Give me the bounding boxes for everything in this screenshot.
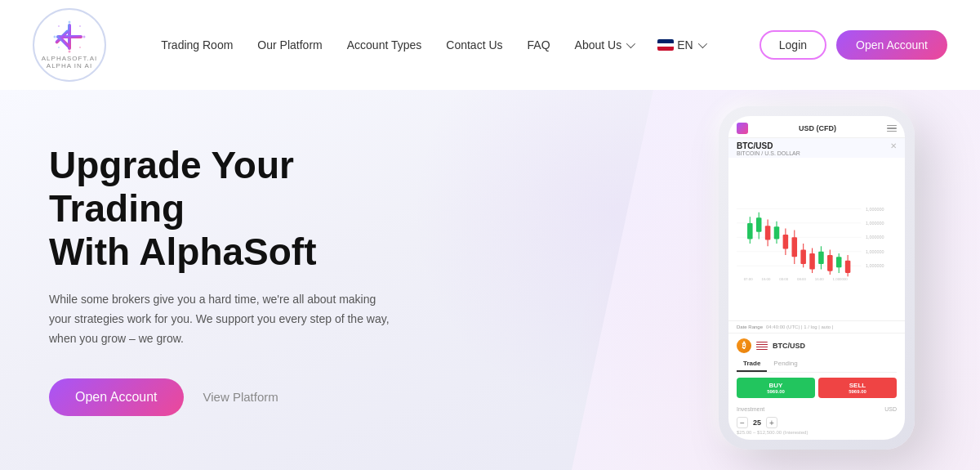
phone-chart-area: 1,000000 1,000000 1,000000 1,000000 1,00… [728,158,905,320]
phone-mockup: USD (CFD) BTC/USD BITCOIN / U.S. DOLLAR … [686,106,947,466]
svg-text:00:00: 00:00 [779,277,788,281]
svg-text:1,000000: 1,000000 [866,235,884,240]
hero-subtitle: While some brokers give you a hard time,… [49,290,392,348]
hero-section: Upgrade Your Trading With AlphaSoft Whil… [0,90,980,470]
svg-rect-38 [836,257,842,267]
svg-rect-34 [818,252,824,264]
phone-pair-header: BTC/USD BITCOIN / U.S. DOLLAR ✕ [728,138,905,158]
phone-outer: USD (CFD) BTC/USD BITCOIN / U.S. DOLLAR … [719,106,915,450]
open-account-header-button[interactable]: Open Account [836,30,947,60]
main-nav: Trading Room Our Platform Account Types … [161,38,704,51]
phone-pair-title: BTC/USD [737,141,800,150]
svg-text:1,000000: 1,000000 [866,207,884,212]
pair-name-bottom: BTC/USD [773,342,805,350]
phone-pair-subtitle: BITCOIN / U.S. DOLLAR [737,150,800,156]
svg-point-6 [69,51,71,53]
svg-rect-32 [809,253,815,270]
svg-point-7 [54,36,56,38]
open-account-hero-button[interactable]: Open Account [49,378,184,416]
svg-text:1,000000: 1,000000 [866,249,884,254]
svg-point-8 [79,25,81,27]
phone-currency-label: USD (CFD) [799,124,836,132]
svg-point-9 [79,47,81,48]
investment-label: Investment [737,406,764,412]
investment-row: Investment USD [728,403,905,415]
phone-date-range: Date Range 04:40:00 (UTC) | 1 / log | au… [728,320,905,333]
btc-icon: ₿ [737,338,751,353]
buy-button[interactable]: BUY 5969.00 [737,378,815,398]
nav-our-platform[interactable]: Our Platform [257,38,322,51]
svg-point-10 [58,47,60,48]
trade-pending-tabs: Trade Pending [737,356,897,373]
svg-rect-26 [783,235,789,248]
menu-line-1 [887,125,897,127]
svg-rect-28 [792,237,798,257]
hero-buttons: Open Account View Platform [49,378,392,416]
stepper-minus-button[interactable]: − [737,417,748,428]
nav-trading-room[interactable]: Trading Room [161,38,233,51]
login-button[interactable]: Login [760,30,826,60]
phone-screen: USD (CFD) BTC/USD BITCOIN / U.S. DOLLAR … [728,116,905,440]
phone-header-left [737,123,748,134]
nav-about-us[interactable]: About Us [575,38,634,51]
date-range-value: 04:40:00 (UTC) | 1 / log | auto | [766,325,833,329]
trade-tab[interactable]: Trade [737,356,767,372]
nav-account-types[interactable]: Account Types [347,38,422,51]
svg-point-5 [83,36,86,38]
amount-stepper: − 25 + [737,417,897,428]
lang-chevron-icon [697,39,706,48]
header: ALPHASOFT.AI ALPHA IN AI Trading Room Ou… [0,0,980,90]
pending-tab[interactable]: Pending [767,356,804,372]
menu-line-2 [887,128,897,129]
logo-text: ALPHASOFT.AI ALPHA IN AI [42,55,97,69]
buy-sell-buttons: BUY 5969.00 SELL 5969.00 [737,378,897,398]
svg-rect-24 [774,226,780,239]
svg-rect-20 [756,217,762,231]
candlestick-chart: 1,000000 1,000000 1,000000 1,000000 1,00… [737,161,897,317]
header-actions: Login Open Account [760,30,947,60]
logo-circle: ALPHASOFT.AI ALPHA IN AI [33,8,106,82]
svg-text:07:00: 07:00 [744,277,753,281]
svg-rect-22 [765,226,771,239]
phone-logo-icon [737,123,748,134]
nav-contact-us[interactable]: Contact Us [446,38,502,51]
svg-text:1,000000: 1,000000 [833,277,849,281]
svg-text:16:00: 16:00 [815,277,824,281]
language-selector[interactable]: EN [657,38,704,51]
date-range-label: Date Range [737,325,763,329]
stepper-value: 25 [753,419,761,427]
svg-rect-40 [845,261,851,273]
amount-range: $25.00 – $12,500.00 (Interested) [728,430,905,440]
stepper-plus-button[interactable]: + [766,417,777,428]
phone-menu-icon [887,125,897,132]
view-platform-button[interactable]: View Platform [203,390,278,404]
sell-button[interactable]: SELL 5969.00 [818,378,897,398]
menu-line-3 [887,131,897,132]
svg-point-4 [69,21,71,24]
svg-rect-18 [747,223,753,239]
close-icon[interactable]: ✕ [890,141,897,150]
svg-rect-30 [800,250,806,264]
usd-flag-icon [756,342,768,350]
investment-currency: USD [884,406,897,412]
logo-area: ALPHASOFT.AI ALPHA IN AI [33,8,106,82]
phone-screen-header: USD (CFD) [728,116,905,138]
svg-rect-36 [827,255,833,271]
nav-faq[interactable]: FAQ [528,38,550,51]
logo-icon [53,20,86,53]
hero-content: Upgrade Your Trading With AlphaSoft Whil… [0,144,441,415]
svg-point-11 [58,25,60,27]
hero-title: Upgrade Your Trading With AlphaSoft [49,144,392,274]
about-chevron-icon [626,39,635,48]
svg-text:1,000000: 1,000000 [866,221,884,226]
svg-text:16:00: 16:00 [761,277,770,281]
flag-icon [657,39,674,51]
svg-text:08:00: 08:00 [797,277,806,281]
svg-text:1,000000: 1,000000 [866,263,884,268]
phone-pair-bottom: ₿ BTC/USD [728,333,905,356]
